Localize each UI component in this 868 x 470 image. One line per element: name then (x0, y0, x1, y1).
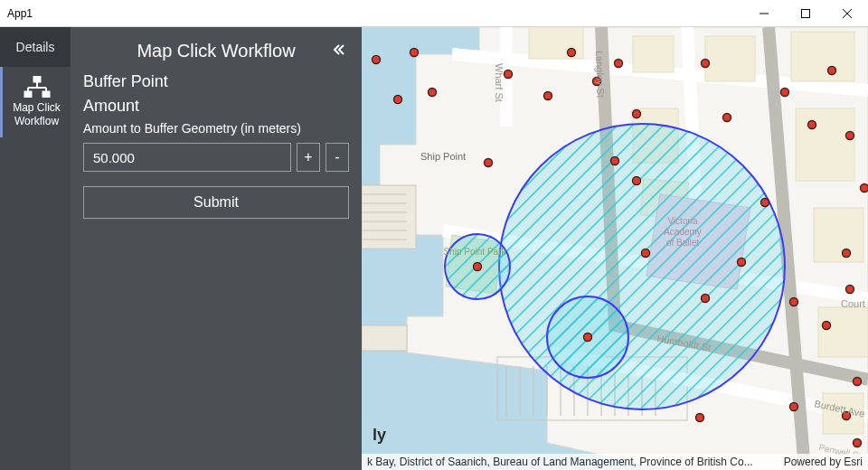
panel-collapse-button[interactable] (329, 40, 349, 60)
map-point[interactable] (544, 92, 552, 100)
map-point[interactable] (861, 184, 869, 193)
rail-tab-details[interactable]: Details (0, 27, 71, 67)
svg-rect-41 (814, 208, 863, 262)
svg-rect-37 (791, 32, 854, 81)
map-point[interactable] (790, 298, 798, 306)
svg-rect-15 (362, 325, 407, 351)
map-attribution: k Bay, District of Saanich, Bureau of La… (362, 454, 868, 470)
svg-rect-10 (42, 91, 50, 98)
map-point[interactable] (696, 414, 704, 422)
map-point[interactable] (823, 322, 831, 330)
map-point[interactable] (702, 60, 710, 68)
map-point[interactable] (808, 121, 816, 129)
app-body: Details Map Click Workflow Map Click Wor… (0, 27, 868, 470)
map-point[interactable] (373, 56, 381, 64)
map-point[interactable] (611, 157, 619, 165)
map-point[interactable] (854, 439, 862, 447)
label-courtney-st: Court (841, 298, 865, 309)
cut-corner-label: ly (373, 426, 386, 445)
amount-input[interactable] (83, 143, 291, 172)
label-ship-point-park: Ship Point Park (444, 247, 507, 257)
label-ship-point: Ship Point (420, 151, 466, 162)
label-academy-1: Victoria (667, 216, 698, 226)
svg-rect-42 (818, 307, 868, 357)
amount-decrement-button[interactable]: - (326, 143, 349, 172)
section-heading: Buffer Point (83, 72, 349, 91)
window-title: App1 (7, 7, 33, 20)
svg-rect-35 (633, 36, 674, 72)
map-point[interactable] (485, 159, 493, 167)
label-academy-3: of Ballet (666, 238, 699, 248)
side-panel: Map Click Workflow Buffer Point Amount A… (71, 27, 362, 470)
map-point[interactable] (633, 110, 641, 118)
maximize-button[interactable] (785, 0, 826, 26)
map-point[interactable] (429, 89, 437, 97)
panel-header: Map Click Workflow (83, 36, 349, 65)
amount-increment-button[interactable]: + (297, 143, 320, 172)
amount-field-label: Amount to Buffer Geometry (in meters) (83, 121, 349, 136)
attribution-left: k Bay, District of Saanich, Bureau of La… (367, 456, 764, 468)
map-point[interactable] (410, 49, 419, 57)
map-point[interactable] (846, 286, 854, 294)
svg-rect-36 (705, 36, 755, 81)
label-academy-2: Academy (664, 227, 702, 237)
map-point[interactable] (474, 263, 482, 271)
svg-rect-40 (796, 108, 854, 181)
map-point[interactable] (781, 89, 789, 97)
rail-item-map-click-workflow[interactable]: Map Click Workflow (0, 67, 71, 137)
minimize-button[interactable] (743, 0, 785, 26)
map-point[interactable] (615, 60, 623, 68)
map-point[interactable] (633, 177, 641, 185)
close-button[interactable] (826, 0, 868, 26)
rail-item-label-line2: Workflow (14, 115, 59, 127)
submit-button[interactable]: Submit (83, 186, 349, 219)
map-point[interactable] (738, 258, 746, 267)
map-point[interactable] (761, 199, 769, 207)
label-langley-st: Langley St (594, 51, 607, 98)
panel-title: Map Click Workflow (137, 41, 295, 61)
chevron-double-left-icon (333, 43, 345, 56)
map-viewport[interactable]: Ship Point Wharf St Langley St Court Hum… (362, 27, 868, 470)
rail-item-label-line1: Map Click (13, 101, 61, 114)
map-point[interactable] (828, 67, 836, 75)
left-rail: Details Map Click Workflow (0, 27, 71, 470)
window-titlebar: App1 (0, 0, 868, 27)
rail-tab-label: Details (16, 40, 55, 54)
map-point[interactable] (702, 295, 710, 303)
submit-label: Submit (193, 194, 239, 211)
amount-row: + - (83, 143, 349, 172)
minus-label: - (335, 149, 339, 165)
svg-rect-4 (33, 76, 41, 82)
subsection-heading: Amount (83, 97, 349, 116)
map-point[interactable] (790, 403, 798, 411)
map-point[interactable] (394, 96, 402, 104)
map-point[interactable] (584, 334, 592, 342)
svg-rect-1 (802, 9, 810, 17)
label-wharf-st: Wharf St (494, 63, 505, 102)
map-canvas: Ship Point Wharf St Langley St Court Hum… (362, 27, 868, 470)
window-controls (743, 0, 868, 26)
map-point[interactable] (846, 132, 854, 140)
plus-label: + (304, 149, 312, 165)
workflow-icon (24, 76, 51, 98)
map-point[interactable] (854, 378, 862, 386)
map-point[interactable] (642, 249, 650, 258)
map-point[interactable] (723, 114, 731, 122)
map-point[interactable] (568, 49, 576, 57)
attribution-right: Powered by Esri (784, 456, 863, 468)
svg-rect-9 (24, 91, 32, 98)
map-point[interactable] (843, 249, 851, 258)
